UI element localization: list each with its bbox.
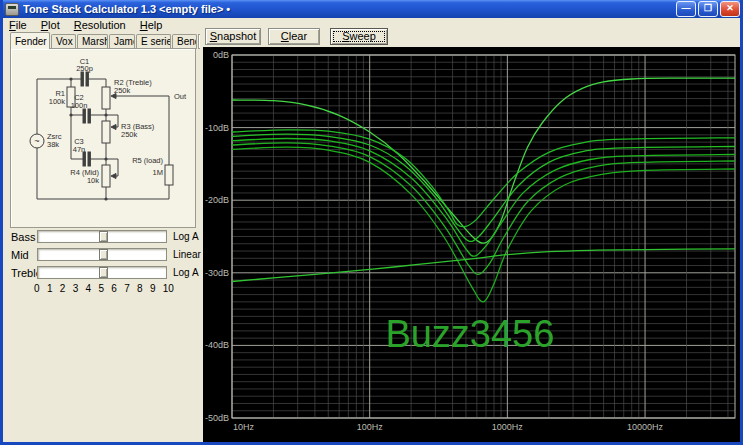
scale-number: 8 xyxy=(137,283,143,294)
x-axis-tick-label: 100Hz xyxy=(357,422,384,432)
bass-slider-track[interactable] xyxy=(37,230,167,243)
out-label: Out xyxy=(174,92,187,101)
treble-slider-track[interactable] xyxy=(37,266,167,279)
y-axis-tick-label: -30dB xyxy=(205,268,229,278)
tab-scroll-left-button[interactable]: ◄ xyxy=(198,34,200,49)
c3-value[interactable]: 47n xyxy=(73,145,86,154)
x-axis-tick-label: 1000Hz xyxy=(492,422,524,432)
scale-number: 4 xyxy=(86,283,92,294)
scale-number: 3 xyxy=(73,283,79,294)
snapshot-button[interactable]: Snapshot xyxy=(205,28,261,45)
r1-value[interactable]: 100k xyxy=(49,97,66,106)
sweep-curve-1 xyxy=(232,78,735,243)
r3-value[interactable]: 250k xyxy=(121,130,138,139)
sweep-curve-5 xyxy=(232,143,735,275)
x-axis-tick-label: 10Hz xyxy=(233,422,255,432)
mid-taper-label: Linear xyxy=(173,249,201,260)
close-button[interactable]: ✕ xyxy=(720,1,740,17)
y-axis-tick-label: 0dB xyxy=(213,50,229,60)
pot-r2-treble xyxy=(102,87,110,109)
treble-taper-label: Log A xyxy=(173,267,199,278)
bass-slider-thumb[interactable] xyxy=(99,231,108,242)
frequency-response-chart: 0dB-10dB-20dB-30dB-40dB-50dB10Hz100Hz100… xyxy=(203,47,740,442)
menu-item-help[interactable]: Help xyxy=(134,19,169,31)
app-window: Tone Stack Calculator 1.3 <empty file> •… xyxy=(0,0,743,445)
tab-vox[interactable]: Vox xyxy=(51,34,76,49)
source-value[interactable]: 38k xyxy=(47,140,59,149)
cap-c3 xyxy=(88,152,90,166)
mid-slider-row: MidLinear xyxy=(3,248,203,263)
scale-number: 1 xyxy=(47,283,53,294)
bass-label: Bass xyxy=(11,231,35,243)
treble-slider-row: TrebleLog A xyxy=(3,266,203,281)
x-axis-tick-label: 10000Hz xyxy=(627,422,664,432)
sweep-button[interactable]: Sweep xyxy=(330,28,388,45)
r4-value[interactable]: 10k xyxy=(87,176,99,185)
treble-slider-thumb[interactable] xyxy=(99,267,108,278)
plot-panel: 0dB-10dB-20dB-30dB-40dB-50dB10Hz100Hz100… xyxy=(203,47,740,442)
sweep-curve-6 xyxy=(232,147,735,302)
window-title: Tone Stack Calculator 1.3 <empty file> • xyxy=(23,3,672,15)
y-axis-tick-label: -40dB xyxy=(205,340,229,350)
wire xyxy=(106,115,118,159)
source-sine-glyph: ~ xyxy=(34,136,39,146)
cap-c1 xyxy=(86,72,88,86)
cap-c1 xyxy=(81,72,83,86)
pot-r4-mid xyxy=(102,165,110,187)
cap-c3 xyxy=(83,152,85,166)
circuit-schematic: ~ Zsrc 38k C1 250p R1 100k R2 (Treble) 2… xyxy=(11,49,195,227)
r2-value[interactable]: 250k xyxy=(114,86,131,95)
pot-wiper-arrow xyxy=(111,174,116,179)
c2-value[interactable]: 100n xyxy=(71,101,88,110)
watermark-text: Buzz3456 xyxy=(385,313,554,355)
clear-button[interactable]: Clear xyxy=(268,28,320,45)
r5-value[interactable]: 1M xyxy=(153,168,163,177)
tab-fender[interactable]: Fender xyxy=(10,32,50,49)
tab-james[interactable]: James xyxy=(109,34,135,49)
title-bar: Tone Stack Calculator 1.3 <empty file> •… xyxy=(0,0,743,18)
circuit-panel: ~ Zsrc 38k C1 250p R1 100k R2 (Treble) 2… xyxy=(10,48,196,228)
cap-c2 xyxy=(88,109,90,123)
bass-taper-label: Log A xyxy=(173,231,199,242)
scale-number: 7 xyxy=(124,283,130,294)
sweep-curve-4 xyxy=(232,139,735,257)
y-axis-tick-label: -50dB xyxy=(205,413,229,423)
bass-slider-row: BassLog A xyxy=(3,230,203,245)
tab-e-series[interactable]: E series xyxy=(136,34,171,49)
minimize-button[interactable]: — xyxy=(676,1,696,17)
sweep-curve-7 xyxy=(232,249,735,282)
scale-number: 2 xyxy=(60,283,66,294)
mid-slider-track[interactable] xyxy=(37,248,167,261)
scale-number: 6 xyxy=(111,283,117,294)
cap-c2 xyxy=(83,109,85,123)
scale-number: 0 xyxy=(34,283,40,294)
scale-number: 5 xyxy=(98,283,104,294)
pot-wiper-arrow xyxy=(111,125,116,130)
maximize-button[interactable]: ❐ xyxy=(698,1,718,17)
tab-benc[interactable]: Benc xyxy=(172,34,197,49)
scale-number: 9 xyxy=(150,283,156,294)
y-axis-tick-label: -10dB xyxy=(205,123,229,133)
mid-label: Mid xyxy=(11,249,29,261)
app-icon xyxy=(5,3,19,16)
menu-item-file[interactable]: File xyxy=(3,19,33,31)
tab-marshall[interactable]: Marshall xyxy=(77,34,108,49)
sweep-curve-3 xyxy=(232,134,735,241)
out-wire xyxy=(115,96,169,199)
pot-r3-bass xyxy=(102,121,110,143)
menu-item-resolution[interactable]: Resolution xyxy=(68,19,132,31)
menu-item-plot[interactable]: Plot xyxy=(35,19,66,31)
scale-number: 10 xyxy=(163,283,174,294)
y-axis-tick-label: -20dB xyxy=(205,195,229,205)
mid-slider-thumb[interactable] xyxy=(99,249,108,260)
slider-scale: 012345678910 xyxy=(34,283,174,294)
tone-stack-tabstrip: FenderVoxMarshallJamesE seriesBenc◄► xyxy=(10,32,200,49)
r5-name: R5 (load) xyxy=(132,156,163,165)
c1-value[interactable]: 250p xyxy=(76,64,93,73)
resistor-r5 xyxy=(165,165,173,185)
